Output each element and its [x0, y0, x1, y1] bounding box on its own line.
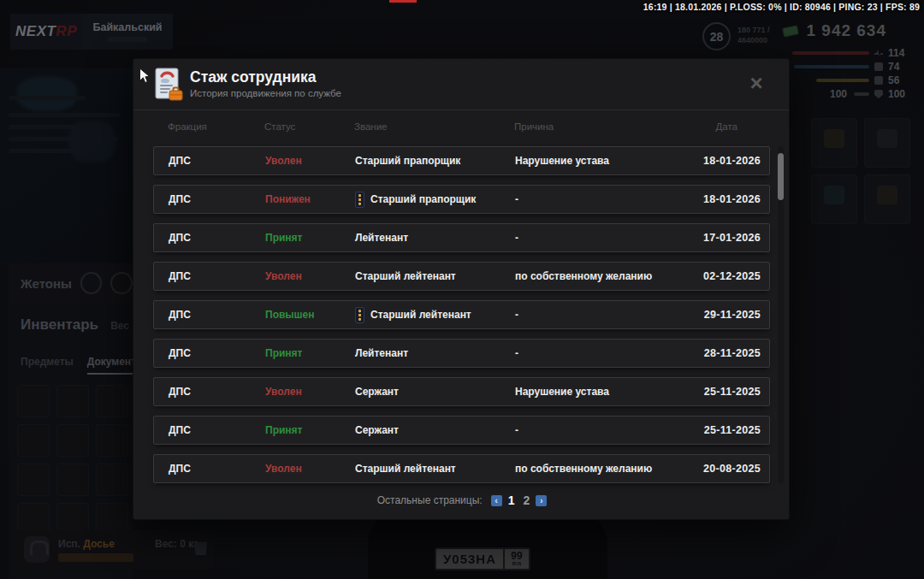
cell-faction: ДПС	[169, 193, 265, 205]
cell-date: 20-08-2025	[684, 463, 761, 475]
cell-date: 29-11-2025	[684, 309, 761, 321]
cell-reason: по собственному желанию	[515, 463, 684, 475]
cell-reason: -	[515, 347, 684, 359]
cell-status: Уволен	[265, 270, 355, 282]
column-status: Статус	[264, 121, 354, 132]
cell-rank: Старший прапорщик	[355, 192, 515, 208]
cell-faction: ДПС	[169, 309, 265, 321]
document-briefcase-icon	[152, 68, 183, 105]
cell-status: Принят	[265, 424, 355, 436]
table-header: Фракция Статус Звание Причина Дата	[153, 121, 770, 132]
modal-subtitle: История продвижения по службе	[190, 88, 341, 98]
cell-date: 02-12-2025	[684, 270, 761, 282]
prev-page-button[interactable]: ‹	[491, 495, 502, 506]
cell-faction: ДПС	[169, 232, 265, 244]
column-reason: Причина	[514, 121, 684, 132]
column-date: Дата	[684, 121, 761, 132]
table-row: ДПСПониженСтарший прапорщик-18-01-2026	[153, 185, 770, 214]
rank-epaulette-icon	[355, 307, 364, 323]
cell-date: 28-11-2025	[684, 347, 761, 359]
cell-faction: ДПС	[169, 424, 265, 436]
table-row: ДПСУволенСтарший лейтенантпо собственном…	[153, 262, 770, 291]
history-table: ДПСУволенСтарший прапорщикНарушение уста…	[153, 146, 770, 493]
cell-rank: Старший прапорщик	[355, 155, 515, 167]
top-red-indicator	[389, 0, 417, 3]
cell-faction: ДПС	[169, 386, 265, 398]
scrollbar-thumb[interactable]	[778, 153, 784, 200]
table-row: ДПСПовышенСтарший лейтенант-29-11-2025	[153, 300, 770, 329]
cell-date: 25-11-2025	[684, 386, 761, 398]
next-page-button[interactable]: ›	[536, 495, 547, 506]
table-row: ДПСУволенСтарший прапорщикНарушение уста…	[153, 146, 770, 175]
cell-date: 25-11-2025	[684, 424, 761, 436]
seniority-modal: Стаж сотрудника История продвижения по с…	[133, 58, 790, 520]
table-row: ДПСУволенСержантНарушение устава25-11-20…	[153, 377, 770, 406]
rank-epaulette-icon	[355, 192, 364, 208]
page-numbers: 12	[508, 493, 530, 507]
cell-status: Понижен	[265, 193, 355, 205]
table-row: ДПСПринятЛейтенант-28-11-2025	[153, 339, 770, 368]
table-row: ДПСУволенСтарший лейтенантпо собственном…	[153, 454, 770, 483]
column-faction: Фракция	[168, 121, 264, 132]
system-status-bar: 16:19 | 18.01.2026 | P.LOSS: 0% | ID: 80…	[643, 2, 920, 12]
cell-faction: ДПС	[169, 463, 265, 475]
cell-reason: -	[515, 424, 684, 436]
modal-title: Стаж сотрудника	[190, 68, 316, 86]
cell-date: 18-01-2026	[684, 193, 761, 205]
cell-reason: -	[515, 193, 684, 205]
column-rank: Звание	[354, 121, 514, 132]
cell-date: 17-01-2026	[684, 232, 761, 244]
cell-rank: Лейтенант	[355, 347, 515, 359]
cell-rank: Сержант	[355, 386, 515, 398]
cell-reason: Нарушение устава	[515, 155, 684, 167]
cell-rank: Лейтенант	[355, 232, 515, 244]
pagination: Остальные страницы: ‹ 12 ›	[133, 493, 791, 507]
game-screen: NEXTRP Байкальский 28 180 771 / 4640000 …	[0, 0, 924, 579]
cell-rank: Старший лейтенант	[355, 463, 515, 475]
cell-date: 18-01-2026	[684, 155, 761, 167]
mouse-cursor	[139, 68, 151, 88]
cell-faction: ДПС	[169, 347, 265, 359]
pagination-label: Остальные страницы:	[377, 494, 483, 506]
cell-status: Уволен	[265, 386, 355, 398]
scrollbar-track[interactable]	[778, 146, 784, 483]
cell-status: Повышен	[265, 309, 355, 321]
modal-header: Стаж сотрудника История продвижения по с…	[133, 59, 789, 110]
cell-faction: ДПС	[169, 270, 265, 282]
cell-rank: Старший лейтенант	[355, 307, 515, 323]
page-number-1[interactable]: 1	[508, 493, 515, 507]
page-number-2[interactable]: 2	[523, 493, 530, 507]
cell-status: Уволен	[265, 155, 355, 167]
cell-reason: -	[515, 232, 684, 244]
cell-rank: Сержант	[355, 424, 515, 436]
cell-reason: Нарушение устава	[515, 386, 684, 398]
cell-rank: Старший лейтенант	[355, 270, 515, 282]
table-row: ДПСПринятЛейтенант-17-01-2026	[153, 223, 770, 252]
table-row: ДПСПринятСержант-25-11-2025	[153, 416, 770, 445]
cell-reason: по собственному желанию	[515, 270, 684, 282]
cell-faction: ДПС	[169, 155, 265, 167]
close-icon[interactable]: ×	[743, 69, 770, 97]
cell-reason: -	[515, 309, 684, 321]
cell-status: Уволен	[265, 463, 355, 475]
cell-status: Принят	[265, 347, 355, 359]
cell-status: Принят	[265, 232, 355, 244]
